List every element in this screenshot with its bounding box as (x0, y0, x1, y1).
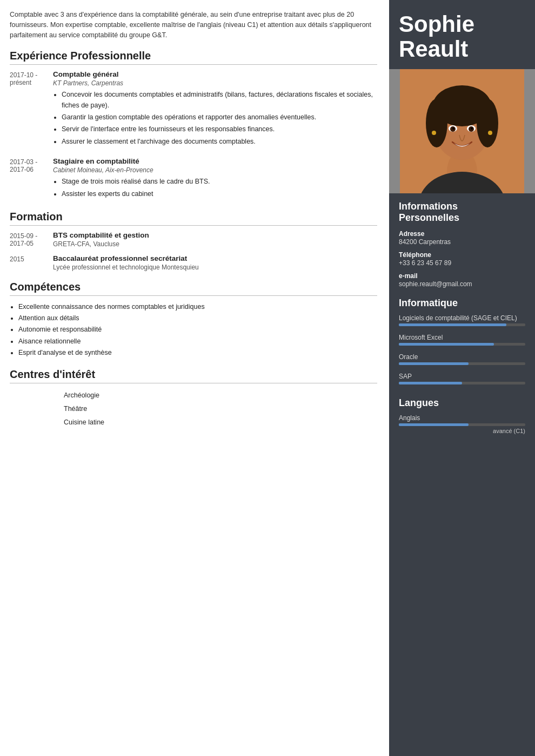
exp-org-1: Cabinet Moineau, Aix-en-Provence (53, 166, 377, 174)
intro-text: Comptable avec 3 ans d'expérience dans l… (10, 10, 377, 40)
formation-item-1: 2015 Baccalauréat professionnel secrétar… (10, 254, 377, 271)
info-value-adresse: 84200 Carpentras (389, 238, 535, 248)
resume-layout: Comptable avec 3 ans d'expérience dans l… (0, 0, 535, 756)
skill-bar-bg-2 (399, 362, 525, 365)
section-title-competences: Compétences (10, 281, 377, 296)
skill-item-1: Microsoft Excel (389, 332, 535, 351)
section-title-informatique: Informatique (389, 290, 535, 312)
interet-list: Archéologie Théâtre Cuisine latine (10, 389, 377, 429)
exp-title-0: Comptable général (53, 70, 377, 78)
exp-bullet: Assister les experts du cabinet (62, 189, 377, 199)
exp-content-0: Comptable général KT Partners, Carpentra… (53, 70, 377, 148)
skill-bar-bg-1 (399, 343, 525, 346)
formation-date-1: 2015 (10, 254, 53, 271)
exp-bullet: Stage de trois mois réalisé dans le cadr… (62, 177, 377, 187)
section-title-infos: InformationsPersonnelles (389, 193, 535, 227)
competences-list: Excellente connaissance des normes compt… (10, 301, 377, 359)
skill-bar-fill-0 (399, 323, 506, 326)
exp-list-1: Stage de trois mois réalisé dans le cadr… (53, 177, 377, 199)
interet-item: Théâtre (64, 402, 377, 416)
competence-item: Autonomie et responsabilité (18, 324, 377, 335)
skill-bar-bg-0 (399, 323, 525, 326)
formation-content-1: Baccalauréat professionnel secrétariat L… (53, 254, 377, 271)
skill-bar-fill-3 (399, 382, 462, 384)
formation-title-0: BTS comptabilité et gestion (53, 231, 377, 239)
formation-org-1: Lycée professionnel et technologique Mon… (53, 264, 377, 271)
section-experience: Expérience Professionnelle 2017-10 -prés… (10, 50, 377, 201)
lang-name-0: Anglais (399, 414, 525, 422)
svg-rect-7 (437, 104, 487, 120)
exp-bullet: Concevoir les documents comptables et ad… (62, 90, 377, 111)
info-label-adresse: Adresse (389, 227, 535, 238)
skill-bar-bg-3 (399, 382, 525, 384)
interet-item: Cuisine latine (64, 416, 377, 429)
info-label-telephone: Téléphone (389, 248, 535, 259)
skill-name-0: Logiciels de comptabilité (SAGE et CIEL) (399, 314, 525, 322)
exp-bullet: Servir de l'interface entre les fourniss… (62, 124, 377, 134)
lang-level-0: avancé (C1) (399, 428, 525, 434)
svg-point-14 (432, 131, 436, 135)
info-label-email: e-mail (389, 269, 535, 280)
skill-name-1: Microsoft Excel (399, 334, 525, 341)
exp-date-1: 2017-03 -2017-06 (10, 157, 53, 201)
exp-item-1: 2017-03 -2017-06 Stagiaire en comptabili… (10, 157, 377, 201)
svg-point-12 (452, 127, 454, 130)
lang-item-0: Anglais avancé (C1) (389, 412, 535, 436)
lang-bar-fill-0 (399, 423, 469, 426)
exp-item-0: 2017-10 -présent Comptable général KT Pa… (10, 70, 377, 148)
section-competences: Compétences Excellente connaissance des … (10, 281, 377, 359)
name-first: Sophie (399, 12, 525, 37)
photo-block (389, 69, 535, 193)
interet-item: Archéologie (64, 389, 377, 402)
info-value-telephone: +33 6 23 45 67 89 (389, 259, 535, 269)
svg-point-15 (488, 131, 492, 135)
formation-date-0: 2015-09 -2017-05 (10, 231, 53, 248)
exp-list-0: Concevoir les documents comptables et ad… (53, 90, 377, 147)
skill-item-2: Oracle (389, 351, 535, 370)
section-title-langues: Langues (389, 390, 535, 412)
exp-bullet: Assurer le classement et l'archivage des… (62, 137, 377, 147)
right-column: Sophie Reault (389, 0, 535, 756)
competence-item: Aisance relationnelle (18, 336, 377, 347)
name-last: Reault (399, 37, 525, 62)
name-block: Sophie Reault (389, 0, 535, 69)
info-value-email: sophie.reault@gmail.com (389, 280, 535, 290)
exp-content-1: Stagiaire en comptabilité Cabinet Moinea… (53, 157, 377, 201)
formation-item-0: 2015-09 -2017-05 BTS comptabilité et ges… (10, 231, 377, 248)
formation-title-1: Baccalauréat professionnel secrétariat (53, 254, 377, 262)
lang-bar-bg-0 (399, 423, 525, 426)
section-title-formation: Formation (10, 211, 377, 226)
exp-date-0: 2017-10 -présent (10, 70, 53, 148)
skill-item-3: SAP (389, 370, 535, 390)
formation-content-0: BTS comptabilité et gestion GRETA-CFA, V… (53, 231, 377, 248)
section-title-interet: Centres d'intérêt (10, 368, 377, 383)
svg-point-13 (471, 127, 473, 130)
section-formation: Formation 2015-09 -2017-05 BTS comptabil… (10, 211, 377, 271)
exp-title-1: Stagiaire en comptabilité (53, 157, 377, 165)
profile-photo (400, 69, 524, 193)
section-interet: Centres d'intérêt Archéologie Théâtre Cu… (10, 368, 377, 429)
formation-org-0: GRETA-CFA, Vaucluse (53, 240, 377, 248)
skill-item-0: Logiciels de comptabilité (SAGE et CIEL) (389, 312, 535, 332)
skill-bar-fill-2 (399, 362, 469, 365)
skill-bar-fill-1 (399, 343, 494, 346)
competence-item: Attention aux détails (18, 313, 377, 324)
competence-item: Esprit d'analyse et de synthèse (18, 347, 377, 359)
skill-name-3: SAP (399, 373, 525, 380)
competence-item: Excellente connaissance des normes compt… (18, 301, 377, 313)
left-column: Comptable avec 3 ans d'expérience dans l… (0, 0, 389, 756)
exp-bullet: Garantir la gestion comptable des opérat… (62, 112, 377, 123)
exp-org-0: KT Partners, Carpentras (53, 79, 377, 87)
section-title-experience: Expérience Professionnelle (10, 50, 377, 65)
skill-name-2: Oracle (399, 353, 525, 361)
